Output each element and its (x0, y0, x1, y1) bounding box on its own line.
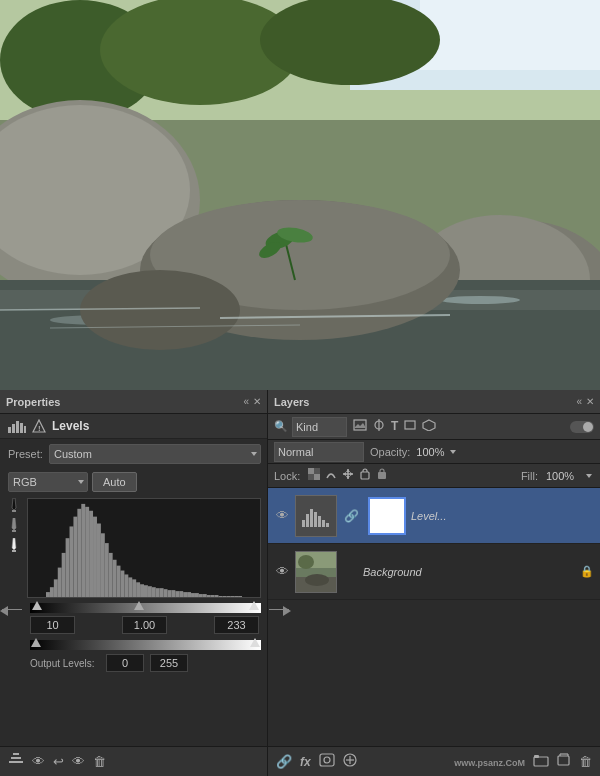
properties-close-icon[interactable]: ✕ (253, 396, 261, 407)
layers-kind-select[interactable]: Kind (292, 417, 347, 437)
lock-position-icon[interactable] (342, 468, 354, 483)
filter-pixel-icon[interactable] (353, 419, 367, 434)
lock-image-icon[interactable] (325, 468, 337, 483)
svg-rect-115 (314, 512, 317, 527)
lock-label: Lock: (274, 470, 300, 482)
svg-rect-46 (73, 517, 77, 597)
auto-button[interactable]: Auto (92, 472, 137, 492)
blend-mode-select[interactable]: Normal (274, 442, 364, 462)
layer-visibility-toggle[interactable]: 👁 (274, 564, 290, 580)
svg-rect-42 (58, 568, 62, 597)
add-layer-style-icon[interactable]: fx (300, 755, 311, 769)
svg-rect-110 (378, 472, 386, 479)
layers-panel-controls: « ✕ (576, 396, 594, 407)
svg-rect-60 (128, 577, 132, 597)
new-adjustment-layer-icon[interactable] (343, 753, 357, 770)
layers-filter-row: 🔍 Kind T (268, 414, 600, 440)
properties-panel-title: Properties (6, 396, 60, 408)
svg-rect-47 (77, 509, 81, 597)
layer-item[interactable]: 👁 Background 🔒 (268, 544, 600, 600)
clip-to-layer-icon[interactable] (8, 753, 24, 770)
properties-collapse-icon[interactable]: « (243, 396, 249, 407)
svg-rect-131 (558, 756, 569, 765)
preset-row: Preset: Custom (0, 439, 267, 469)
white-level-input[interactable]: 233 (214, 616, 259, 634)
svg-rect-43 (62, 553, 66, 597)
svg-rect-29 (16, 421, 19, 433)
svg-rect-80 (207, 595, 211, 597)
input-gradient-track (30, 603, 261, 613)
lock-artboard-icon[interactable] (359, 468, 371, 483)
svg-rect-45 (70, 526, 74, 597)
opacity-value[interactable]: 100% (416, 446, 446, 458)
preset-select[interactable]: Custom (49, 444, 261, 464)
delete-layer-icon[interactable]: 🗑 (579, 754, 592, 769)
lock-all-icon[interactable] (376, 468, 388, 483)
black-point-eyedropper[interactable] (5, 498, 23, 514)
left-arrow (0, 606, 8, 616)
svg-marker-98 (450, 450, 456, 454)
delete-icon[interactable]: 🗑 (93, 754, 106, 769)
gray-handle[interactable] (134, 601, 144, 610)
properties-panel: Properties « ✕ ! Levels (0, 390, 268, 776)
white-handle[interactable] (249, 601, 259, 610)
filter-adjustment-icon[interactable] (372, 419, 386, 434)
histogram-eyedropper-section (0, 498, 267, 598)
layer-locked-icon: 🔒 (580, 565, 594, 578)
svg-point-121 (298, 555, 314, 569)
svg-rect-77 (195, 593, 199, 597)
svg-rect-116 (318, 516, 321, 527)
layer-mask-thumbnail (368, 497, 406, 535)
new-group-icon[interactable] (533, 753, 549, 770)
layers-panel-header: Layers « ✕ (268, 390, 600, 414)
output-min-input[interactable]: 0 (106, 654, 144, 672)
layers-search-icon: 🔍 (274, 420, 288, 433)
link-layers-icon[interactable]: 🔗 (276, 754, 292, 769)
svg-rect-109 (361, 472, 369, 479)
layer-chain-icon[interactable]: 🔗 (344, 509, 359, 523)
filter-smart-object-icon[interactable] (422, 419, 436, 434)
channel-select[interactable]: RGB Red Green Blue (8, 472, 88, 492)
output-max-input[interactable]: 255 (150, 654, 188, 672)
black-handle[interactable] (32, 601, 42, 610)
svg-rect-54 (105, 543, 109, 597)
photo-area (0, 0, 600, 390)
gray-point-eyedropper[interactable] (5, 518, 23, 534)
layer-visibility-toggle[interactable]: 👁 (274, 508, 290, 524)
toggle-layer-visibility-icon[interactable]: 👁 (72, 754, 85, 769)
layers-close-icon[interactable]: ✕ (586, 396, 594, 407)
output-black-handle[interactable] (31, 638, 41, 647)
filter-shape-icon[interactable] (403, 419, 417, 434)
filter-toggle[interactable] (570, 421, 594, 433)
gray-level-input[interactable]: 1.00 (122, 616, 167, 634)
svg-marker-106 (346, 476, 350, 479)
levels-warning-icon: ! (32, 419, 46, 433)
fill-arrow (584, 471, 594, 481)
reset-icon[interactable]: ↩ (53, 754, 64, 769)
svg-marker-93 (354, 423, 366, 428)
fill-value[interactable]: 100% (546, 470, 576, 482)
white-point-eyedropper[interactable] (5, 538, 23, 554)
new-layer-icon[interactable] (557, 753, 571, 770)
layers-collapse-icon[interactable]: « (576, 396, 582, 407)
svg-rect-38 (12, 550, 16, 552)
lock-transparency-icon[interactable] (308, 468, 320, 483)
photo-image (0, 0, 600, 390)
svg-rect-79 (203, 594, 207, 597)
layer-item[interactable]: 👁 🔗 Le (268, 488, 600, 544)
svg-rect-53 (101, 533, 105, 597)
svg-rect-112 (302, 520, 305, 527)
filter-type-icon[interactable]: T (391, 419, 398, 434)
right-arrow (283, 606, 291, 616)
view-previous-icon[interactable]: 👁 (32, 754, 45, 769)
layers-panel: Layers « ✕ 🔍 Kind T (268, 390, 600, 776)
svg-rect-59 (124, 574, 128, 597)
histogram-chart (27, 498, 261, 598)
svg-rect-83 (218, 596, 222, 597)
eyedropper-tools (5, 498, 23, 598)
svg-rect-31 (24, 426, 26, 433)
black-level-input[interactable]: 10 (30, 616, 75, 634)
add-layer-mask-icon[interactable] (319, 753, 335, 770)
output-white-handle[interactable] (250, 638, 260, 647)
svg-rect-3 (420, 0, 600, 70)
